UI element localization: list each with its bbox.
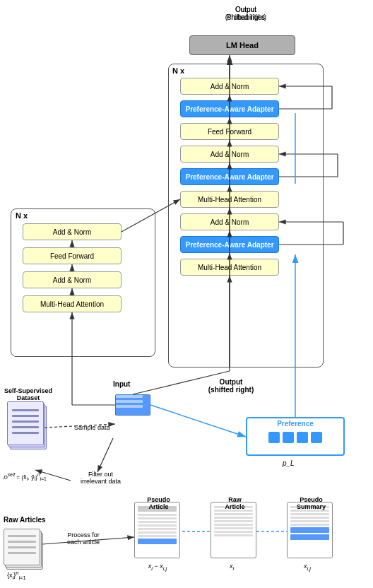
output-shifted-label: Output(shifted right) [199, 378, 263, 394]
l-multihead-label: Multi-Head Attention [40, 300, 104, 308]
svg-line-37 [97, 438, 113, 472]
r-multihead-2-block: Multi-Head Attention [180, 191, 279, 208]
r-add-norm-2-label: Add & Norm [211, 151, 249, 158]
l-add-norm2-block: Add & Norm [23, 271, 122, 288]
preference-label: Preference [247, 420, 343, 428]
svg-line-30 [150, 405, 246, 437]
pseudo-article-label: PseudoArticle [136, 496, 182, 510]
process-label: Process foreach article [55, 531, 112, 546]
raw-article-label: RawArticle [212, 496, 258, 510]
raw-article-box [211, 502, 256, 558]
r-add-norm-3-block: Add & Norm [180, 78, 279, 95]
r-pref-adapter-1-label: Preference-Aware Adapter [185, 241, 273, 249]
output-probabilities-label: OutputProbabilities [211, 6, 281, 21]
x-label-3: xi,j [290, 563, 325, 572]
pi-label: p_L [283, 459, 295, 467]
r-multihead-1-block: Multi-Head Attention [180, 259, 279, 276]
pseudo-summary-label: PseudoSummary [288, 496, 334, 510]
self-sup-label: Self-SupervisedDataset [4, 387, 53, 401]
l-feedforward-label: Feed Forward [50, 252, 94, 260]
r-pref-adapter-2-block: Preference-Aware Adapter [180, 168, 279, 185]
xi-set-label: {xi}ni=1 [7, 570, 26, 581]
r-add-norm-2-block: Add & Norm [180, 146, 279, 163]
r-pref-adapter-3-label: Preference-Aware Adapter [185, 105, 273, 113]
pref-sq-1 [268, 432, 280, 443]
dsself-label: Dself = {x̃i, ỹi}ni=1 [4, 472, 47, 481]
x-label-2: xi [218, 563, 246, 572]
lm-head-box: LM Head [189, 35, 295, 55]
sample-data-label: Sample data [74, 424, 110, 431]
input-label: Input [113, 380, 130, 388]
r-multihead-1-label: Multi-Head Attention [198, 264, 261, 271]
raw-articles-label: Raw Articles [4, 516, 46, 524]
pseudo-article-box [134, 502, 180, 558]
r-pref-adapter-3-block: Preference-Aware Adapter [180, 100, 279, 117]
input-box [115, 394, 150, 416]
pref-sq-2 [283, 432, 294, 443]
x-label-1: xi − xi,j [133, 563, 182, 572]
r-add-norm-3-label: Add & Norm [211, 83, 249, 90]
l-add-norm-block: Add & Norm [23, 223, 122, 240]
preference-box: Preference [246, 417, 345, 456]
r-pref-adapter-2-label: Preference-Aware Adapter [185, 173, 273, 181]
r-add-norm-1-label: Add & Norm [211, 218, 249, 226]
l-add-norm2-label: Add & Norm [53, 276, 91, 284]
diagram-container: Output (shifted right) OutputProbabiliti… [0, 0, 373, 588]
pref-sq-4 [311, 432, 322, 443]
right-nx-label: N x [172, 66, 184, 75]
lm-head-label: LM Head [226, 41, 259, 49]
l-multihead-block: Multi-Head Attention [23, 295, 122, 312]
l-add-norm-label: Add & Norm [53, 228, 91, 236]
r-multihead-2-label: Multi-Head Attention [198, 196, 261, 204]
r-feedforward-label: Feed Forward [208, 128, 251, 136]
r-pref-adapter-1-block: Preference-Aware Adapter [180, 236, 279, 253]
r-feedforward-block: Feed Forward [180, 123, 279, 140]
l-feedforward-block: Feed Forward [23, 247, 122, 264]
pref-sq-3 [297, 432, 308, 443]
r-add-norm-1-block: Add & Norm [180, 213, 279, 230]
left-nx-label: N x [16, 211, 28, 220]
filter-label: Filter outirrelevant data [71, 471, 131, 485]
pseudo-summary-box [287, 502, 333, 558]
